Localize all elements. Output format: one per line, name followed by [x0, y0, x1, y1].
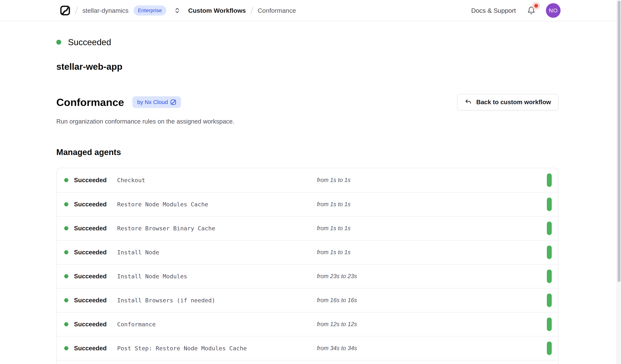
managed-agents-heading: Managed agents — [56, 147, 558, 157]
step-status-label: Succeeded — [74, 321, 107, 328]
org-plan-badge: Enterprise — [134, 5, 167, 16]
step-status-label: Succeeded — [74, 249, 107, 256]
by-nx-cloud-badge[interactable]: by Nx Cloud — [132, 96, 181, 108]
step-status-label: Succeeded — [74, 225, 107, 232]
breadcrumb-separator — [250, 7, 253, 14]
breadcrumb-separator — [75, 7, 78, 14]
agents-list: SucceededCheckoutfrom 1s to 1sSucceededR… — [56, 168, 558, 364]
step-name: Install Browsers (if needed) — [117, 297, 215, 304]
step-name: Install Node — [117, 249, 159, 256]
step-duration: from 34s to 34s — [317, 345, 357, 352]
undo-arrow-icon — [465, 99, 472, 106]
breadcrumb-org-name[interactable]: stellar-dynamics — [82, 7, 129, 14]
step-success-dot — [64, 298, 68, 302]
success-status-dot — [56, 40, 61, 45]
breadcrumb-custom-workflows[interactable]: Custom Workflows — [188, 7, 246, 14]
step-success-dot — [64, 274, 68, 278]
agent-step-row[interactable]: SucceededInstall Browsers (if needed)fro… — [57, 288, 558, 312]
step-success-dot — [64, 346, 68, 350]
step-name: Restore Browser Binary Cache — [117, 225, 215, 232]
by-nx-cloud-label: by Nx Cloud — [137, 99, 168, 105]
workflow-title-group: Conformance by Nx Cloud — [56, 96, 181, 108]
breadcrumb-current-page: Conformance — [258, 7, 296, 14]
chevrons-up-down-icon[interactable] — [174, 7, 180, 14]
notification-dot — [534, 4, 538, 8]
nav-right-group: Docs & Support NO — [471, 3, 561, 18]
workflow-description: Run organization conformance rules on th… — [56, 118, 558, 125]
agent-step-row[interactable]: SucceededInstall Node Modulesfrom 23s to… — [57, 264, 558, 288]
page-title: Conformance — [56, 96, 124, 108]
step-duration: from 1s to 1s — [317, 225, 350, 232]
step-duration: from 1s to 1s — [317, 177, 350, 184]
step-success-dot — [64, 226, 68, 230]
step-timeline-bar[interactable] — [547, 269, 552, 283]
step-status-label: Succeeded — [74, 176, 107, 184]
step-success-dot — [64, 322, 68, 326]
step-name: Restore Node Modules Cache — [117, 201, 208, 208]
notifications-bell-icon[interactable] — [527, 6, 535, 15]
nav-left-group: stellar-dynamics Enterprise Custom Workf… — [60, 5, 296, 16]
run-status: Succeeded — [56, 37, 558, 47]
agent-step-row[interactable]: SucceededCheckoutfrom 1s to 1s — [57, 168, 558, 192]
step-success-dot — [64, 250, 68, 254]
workspace-app-name: stellar-web-app — [56, 62, 558, 72]
step-name: Conformance — [117, 321, 156, 328]
workflow-section-header: Conformance by Nx Cloud Back to custom w… — [56, 94, 558, 111]
back-button-label: Back to custom workflow — [476, 99, 551, 106]
step-timeline-bar[interactable] — [547, 342, 552, 355]
step-status-label: Succeeded — [74, 297, 107, 304]
nx-cloud-mini-logo-icon — [171, 99, 176, 105]
step-timeline-bar[interactable] — [547, 173, 552, 187]
step-timeline-bar[interactable] — [547, 246, 552, 259]
docs-support-link[interactable]: Docs & Support — [471, 7, 516, 14]
nx-cloud-logo-icon[interactable] — [60, 5, 70, 16]
user-avatar[interactable]: NO — [546, 3, 561, 18]
step-name: Install Node Modules — [117, 273, 187, 280]
step-timeline-bar[interactable] — [547, 317, 552, 331]
step-name: Post Step: Restore Node Modules Cache — [117, 345, 247, 352]
step-duration: from 12s to 12s — [317, 321, 357, 328]
top-navigation-bar: stellar-dynamics Enterprise Custom Workf… — [0, 0, 621, 21]
agent-step-row[interactable]: SucceededPost Step: Restore Browser Bina… — [57, 360, 558, 364]
page-scrollbar-thumb[interactable] — [618, 1, 621, 282]
step-success-dot — [64, 178, 68, 182]
back-to-custom-workflow-button[interactable]: Back to custom workflow — [457, 94, 558, 111]
step-timeline-bar[interactable] — [547, 222, 552, 235]
agent-step-row[interactable]: SucceededPost Step: Restore Node Modules… — [57, 336, 558, 360]
page-scrollbar-track[interactable] — [617, 0, 621, 364]
step-timeline-bar[interactable] — [547, 294, 552, 307]
run-status-label: Succeeded — [68, 37, 111, 47]
step-status-label: Succeeded — [74, 273, 107, 280]
step-duration: from 16s to 16s — [317, 297, 357, 304]
main-content: Succeeded stellar-web-app Conformance by… — [0, 37, 558, 364]
step-status-label: Succeeded — [74, 201, 107, 208]
step-success-dot — [64, 202, 68, 206]
step-timeline-bar[interactable] — [547, 198, 552, 211]
agent-step-row[interactable]: SucceededConformancefrom 12s to 12s — [57, 312, 558, 336]
step-status-label: Succeeded — [74, 345, 107, 352]
step-name: Checkout — [117, 177, 145, 184]
step-duration: from 23s to 23s — [317, 273, 357, 280]
step-duration: from 1s to 1s — [317, 201, 350, 208]
step-duration: from 1s to 1s — [317, 249, 350, 256]
agent-step-row[interactable]: SucceededRestore Browser Binary Cachefro… — [57, 216, 558, 240]
agent-step-row[interactable]: SucceededInstall Nodefrom 1s to 1s — [57, 240, 558, 264]
agent-step-row[interactable]: SucceededRestore Node Modules Cachefrom … — [57, 192, 558, 216]
